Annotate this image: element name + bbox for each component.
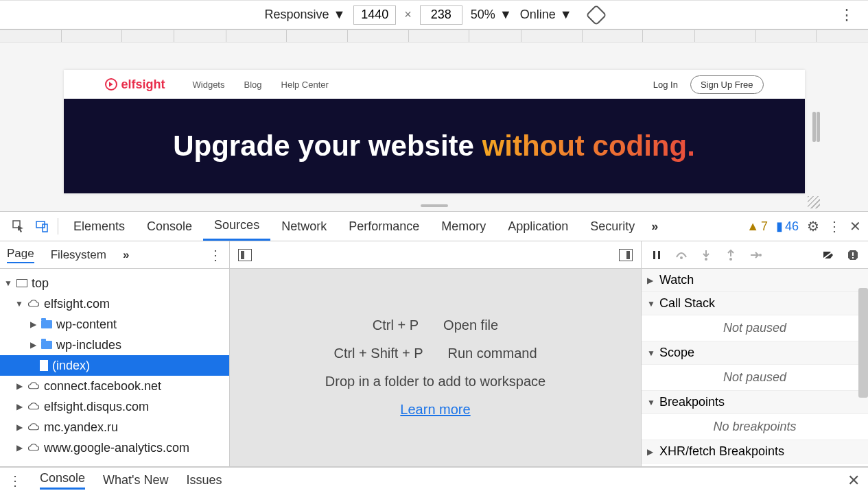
section-breakpoints[interactable]: ▼Breakpoints xyxy=(642,391,868,414)
scrollbar-thumb[interactable] xyxy=(858,288,868,398)
tabs-overflow-icon[interactable]: » xyxy=(646,219,664,234)
section-callstack[interactable]: ▼Call Stack xyxy=(642,292,868,315)
hero-banner: Upgrade your website without coding. xyxy=(64,99,805,193)
tree-folder-wp-includes[interactable]: ▶wp-includes xyxy=(0,335,229,355)
toggle-debug-panel-icon[interactable] xyxy=(619,249,633,261)
kebab-menu-icon[interactable]: ⋮ xyxy=(828,218,841,235)
drawer-tab-whatsnew[interactable]: What's New xyxy=(103,473,168,488)
tab-security[interactable]: Security xyxy=(579,212,646,241)
drawer-kebab-icon[interactable]: ⋮ xyxy=(8,472,22,489)
section-callstack-label: Call Stack xyxy=(659,296,715,311)
toggle-device-icon[interactable] xyxy=(30,219,54,233)
cloud-icon xyxy=(27,421,40,433)
resize-handle-corner[interactable] xyxy=(808,196,820,208)
tab-network[interactable]: Network xyxy=(270,212,338,241)
step-out-icon[interactable] xyxy=(724,248,738,262)
viewport-height-input[interactable] xyxy=(420,5,462,25)
run-command-label: Run command xyxy=(448,346,537,361)
ruler xyxy=(0,30,868,43)
step-icon[interactable] xyxy=(749,248,762,262)
zoom-dropdown[interactable]: 50% ▼ xyxy=(471,8,512,22)
tree-domain-disqus[interactable]: ▶elfsight.disqus.com xyxy=(0,396,229,417)
scope-body: Not paused xyxy=(642,365,868,391)
section-breakpoints-label: Breakpoints xyxy=(659,395,725,409)
section-watch[interactable]: ▶Watch xyxy=(642,269,868,292)
svg-rect-11 xyxy=(852,257,854,258)
tree-domain-ga[interactable]: ▶www.google-analytics.com xyxy=(0,437,229,458)
editor-toolbar xyxy=(230,241,641,269)
logo-icon xyxy=(105,78,117,91)
brand-logo[interactable]: elfsight xyxy=(105,77,165,92)
open-file-shortcut: Ctrl + P xyxy=(373,317,419,333)
svg-rect-10 xyxy=(852,252,854,256)
svg-point-8 xyxy=(759,254,762,256)
section-scope[interactable]: ▼Scope xyxy=(642,341,868,365)
throttling-dropdown[interactable]: Online ▼ xyxy=(520,8,572,22)
nav-widgets[interactable]: Widgets xyxy=(193,80,225,90)
viewport-width-input[interactable] xyxy=(353,5,396,25)
open-file-label: Open file xyxy=(443,317,498,333)
file-icon xyxy=(40,360,48,371)
section-scope-label: Scope xyxy=(659,346,694,360)
device-mode-dropdown[interactable]: Responsive ▼ xyxy=(264,8,345,22)
step-over-icon[interactable] xyxy=(675,248,688,262)
tree-folder-wp-content[interactable]: ▶wp-content xyxy=(0,314,229,335)
rotate-icon[interactable] xyxy=(585,4,607,25)
svg-point-6 xyxy=(705,258,707,261)
toggle-nav-panel-icon[interactable] xyxy=(238,249,252,261)
tree-domain-label: connect.facebook.net xyxy=(44,379,161,394)
tree-domain-yandex[interactable]: ▶mc.yandex.ru xyxy=(0,417,229,437)
tab-memory[interactable]: Memory xyxy=(430,212,497,241)
tree-file-label: (index) xyxy=(52,359,90,373)
throttling-label: Online xyxy=(520,8,556,22)
tree-file-index[interactable]: (index) xyxy=(0,355,229,376)
signup-button[interactable]: Sign Up Free xyxy=(690,75,764,94)
brand-text: elfsight xyxy=(121,77,165,92)
editor-column: Ctrl + P Open file Ctrl + Shift + P Run … xyxy=(230,241,642,466)
tab-performance[interactable]: Performance xyxy=(338,212,430,241)
tab-sources[interactable]: Sources xyxy=(203,212,270,241)
resize-handle-bottom[interactable] xyxy=(421,204,448,207)
pause-icon[interactable] xyxy=(650,248,664,262)
resize-handle-right[interactable] xyxy=(812,112,816,142)
nav-help[interactable]: Help Center xyxy=(281,80,329,90)
viewport-area: elfsight Widgets Blog Help Center Log In… xyxy=(0,43,868,211)
nav-tabs-overflow-icon[interactable]: » xyxy=(123,248,129,262)
drawer-tab-console[interactable]: Console xyxy=(40,471,85,490)
warnings-count: 7 xyxy=(761,219,768,234)
learn-more-link[interactable]: Learn more xyxy=(400,402,470,418)
settings-gear-icon[interactable]: ⚙ xyxy=(807,218,819,235)
svg-rect-4 xyxy=(658,251,660,259)
callstack-body: Not paused xyxy=(642,315,868,341)
tree-top[interactable]: ▼top xyxy=(0,273,229,293)
warnings-badge[interactable]: ▲ 7 xyxy=(747,219,768,234)
step-into-icon[interactable] xyxy=(699,248,713,262)
inspect-element-icon[interactable] xyxy=(7,219,30,233)
section-xhr-breakpoints[interactable]: ▶XHR/fetch Breakpoints xyxy=(642,440,868,464)
close-drawer-icon[interactable]: ✕ xyxy=(847,472,860,490)
kebab-menu-icon[interactable]: ⋮ xyxy=(839,6,854,24)
warning-icon: ▲ xyxy=(747,219,759,234)
drawer-tab-issues[interactable]: Issues xyxy=(187,473,222,488)
pause-on-exceptions-icon[interactable] xyxy=(846,248,860,262)
messages-badge[interactable]: ▮ 46 xyxy=(776,219,799,234)
navigator-kebab-icon[interactable]: ⋮ xyxy=(209,247,222,263)
caret-down-icon: ▼ xyxy=(500,8,512,22)
nav-tab-page[interactable]: Page xyxy=(7,247,34,263)
tree-domain-facebook[interactable]: ▶connect.facebook.net xyxy=(0,376,229,396)
tree-domain[interactable]: ▼elfsight.com xyxy=(0,293,229,314)
tab-elements[interactable]: Elements xyxy=(62,212,136,241)
caret-down-icon: ▼ xyxy=(560,8,572,22)
hero-prefix: Upgrade your website xyxy=(173,130,482,162)
hero-text: Upgrade your website without coding. xyxy=(173,130,695,163)
deactivate-breakpoints-icon[interactable] xyxy=(821,248,835,262)
nav-tab-filesystem[interactable]: Filesystem xyxy=(51,248,106,262)
login-link[interactable]: Log In xyxy=(653,80,678,90)
tab-application[interactable]: Application xyxy=(497,212,579,241)
nav-blog[interactable]: Blog xyxy=(244,80,261,90)
site-nav: Widgets Blog Help Center xyxy=(193,80,329,90)
tab-console[interactable]: Console xyxy=(136,212,203,241)
close-devtools-icon[interactable]: ✕ xyxy=(849,218,861,235)
caret-down-icon: ▼ xyxy=(333,8,346,22)
device-toolbar: Responsive ▼ × 50% ▼ Online ▼ ⋮ xyxy=(0,0,868,30)
